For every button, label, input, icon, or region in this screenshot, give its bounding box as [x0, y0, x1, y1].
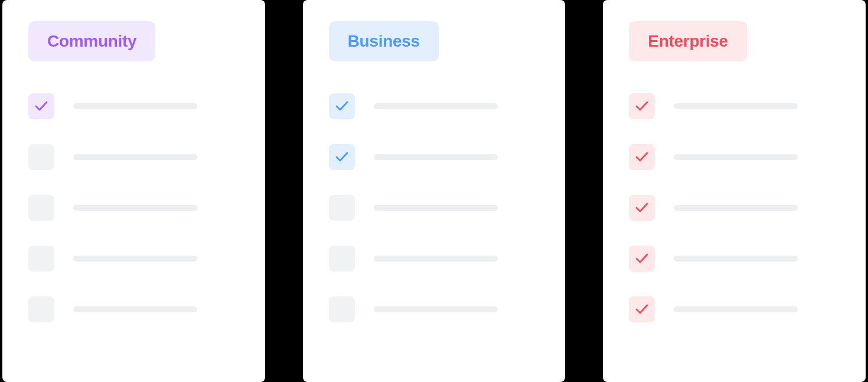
feature-row: [329, 144, 540, 170]
feature-placeholder-bar: [674, 103, 798, 109]
feature-row: [629, 93, 840, 119]
feature-row: [28, 246, 239, 272]
tier-card-enterprise: Enterprise: [603, 0, 866, 382]
feature-row: [28, 93, 239, 119]
feature-placeholder-bar: [674, 205, 798, 211]
uncheck-box: [28, 246, 54, 272]
uncheck-box: [28, 144, 54, 170]
feature-row: [329, 296, 540, 322]
uncheck-box: [329, 246, 355, 272]
tier-card-community: Community: [2, 0, 265, 382]
uncheck-box: [28, 296, 54, 322]
tier-badge-community: Community: [28, 21, 155, 61]
feature-row: [28, 195, 239, 221]
feature-placeholder-bar: [73, 256, 197, 262]
uncheck-box: [329, 195, 355, 221]
check-icon: [629, 144, 655, 170]
feature-placeholder-bar: [73, 205, 197, 211]
tier-badge-enterprise: Enterprise: [629, 21, 747, 61]
tier-badge-business: Business: [329, 21, 439, 61]
feature-list-community: [28, 93, 239, 322]
feature-row: [629, 296, 840, 322]
feature-list-business: [329, 93, 540, 322]
feature-placeholder-bar: [674, 306, 798, 312]
check-icon: [28, 93, 54, 119]
feature-row: [329, 246, 540, 272]
feature-row: [28, 144, 239, 170]
tier-card-business: Business: [303, 0, 566, 382]
check-icon: [629, 195, 655, 221]
feature-placeholder-bar: [374, 154, 498, 160]
feature-row: [329, 93, 540, 119]
feature-placeholder-bar: [374, 256, 498, 262]
feature-row: [329, 195, 540, 221]
feature-placeholder-bar: [73, 103, 197, 109]
feature-placeholder-bar: [374, 306, 498, 312]
feature-row: [629, 144, 840, 170]
feature-row: [629, 195, 840, 221]
feature-list-enterprise: [629, 93, 840, 322]
uncheck-box: [329, 296, 355, 322]
feature-placeholder-bar: [374, 103, 498, 109]
check-icon: [629, 246, 655, 272]
check-icon: [629, 93, 655, 119]
check-icon: [329, 93, 355, 119]
feature-placeholder-bar: [674, 256, 798, 262]
feature-placeholder-bar: [374, 205, 498, 211]
feature-placeholder-bar: [73, 306, 197, 312]
check-icon: [329, 144, 355, 170]
feature-placeholder-bar: [73, 154, 197, 160]
feature-row: [28, 296, 239, 322]
feature-placeholder-bar: [674, 154, 798, 160]
feature-row: [629, 246, 840, 272]
check-icon: [629, 296, 655, 322]
uncheck-box: [28, 195, 54, 221]
